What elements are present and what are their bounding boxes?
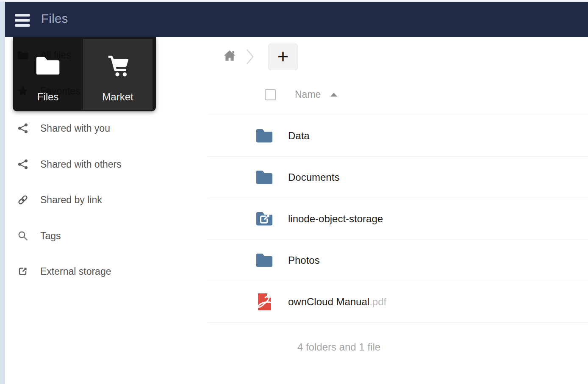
files-main: + Name Data Documents <box>208 37 588 384</box>
sort-ascending-icon[interactable] <box>330 93 337 97</box>
share-icon <box>17 159 29 170</box>
window-edge-left <box>0 0 5 384</box>
breadcrumb-home[interactable] <box>223 49 236 64</box>
home-icon <box>223 56 236 63</box>
column-header-name[interactable]: Name <box>295 89 321 100</box>
file-row-data[interactable]: Data <box>208 115 588 157</box>
folder-icon <box>254 250 275 271</box>
top-bar: Files <box>5 2 588 37</box>
file-list: Data Documents linode-object-storage Pho… <box>208 115 588 323</box>
sidebar-item-label: External storage <box>40 266 111 277</box>
search-icon <box>17 230 29 241</box>
app-menu-item-label: Files <box>37 91 59 103</box>
sidebar-item-shared-with-you[interactable]: Shared with you <box>5 116 208 140</box>
folder-icon <box>254 126 275 146</box>
sidebar-item-shared-with-others[interactable]: Shared with others <box>5 152 208 176</box>
file-name: Documents <box>288 171 339 183</box>
sidebar-item-label: Shared by link <box>40 194 102 206</box>
share-icon <box>17 123 29 134</box>
sidebar-item-tags[interactable]: Tags <box>5 224 208 248</box>
app-menu-toggle[interactable] <box>15 14 30 27</box>
app-menu-item-files[interactable]: Files <box>13 39 83 110</box>
page-title: Files <box>41 2 68 37</box>
sidebar-item-label: Shared with you <box>40 123 110 134</box>
chevron-right-icon <box>245 47 255 69</box>
folder-icon <box>254 167 275 188</box>
cart-icon <box>104 39 132 91</box>
file-row-owncloud-manual-pdf[interactable]: ownCloud Manual.pdf <box>208 281 588 323</box>
file-name: linode-object-storage <box>288 213 383 225</box>
file-name: Photos <box>288 254 320 266</box>
app-menu-item-market[interactable]: Market <box>83 39 153 110</box>
plus-icon: + <box>277 45 289 68</box>
external-folder-icon <box>254 209 275 229</box>
file-name: Data <box>288 130 310 142</box>
file-row-linode-object-storage[interactable]: linode-object-storage <box>208 198 588 240</box>
file-row-photos[interactable]: Photos <box>208 240 588 281</box>
link-icon <box>17 194 29 206</box>
sidebar-item-shared-by-link[interactable]: Shared by link <box>5 188 208 212</box>
new-file-button[interactable]: + <box>268 44 298 70</box>
app-menu-dropdown: Files Market <box>13 37 156 111</box>
file-list-summary: 4 folders and 1 file <box>208 341 470 353</box>
pdf-file-icon <box>254 292 275 312</box>
sidebar-item-external-storage[interactable]: External storage <box>5 260 208 283</box>
select-all-checkbox[interactable] <box>265 89 276 100</box>
hamburger-icon <box>15 14 30 17</box>
app-menu-item-label: Market <box>102 91 133 103</box>
sidebar-item-label: Shared with others <box>40 159 122 170</box>
file-name: ownCloud Manual <box>288 296 369 308</box>
file-extension: .pdf <box>369 296 386 308</box>
file-row-documents[interactable]: Documents <box>208 157 588 198</box>
sidebar-item-label: Tags <box>40 230 61 242</box>
folder-icon <box>34 39 61 91</box>
owncloud-app: Files All files Favorites Shared with yo… <box>0 0 588 384</box>
external-link-icon <box>17 266 29 277</box>
